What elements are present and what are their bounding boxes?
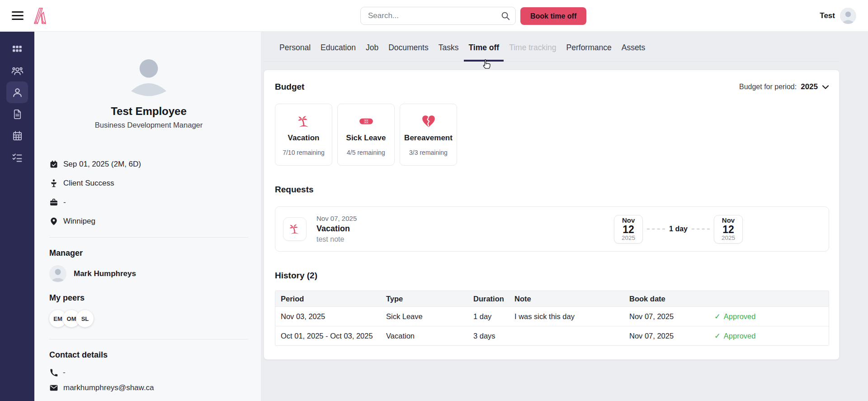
budget-card-vacation: Vacation 7/10 remaining [275,104,332,166]
tab-job[interactable]: Job [361,43,383,62]
profile-avatar [126,54,171,100]
request-type-icon-box [283,217,307,241]
divider [49,237,248,238]
range-dash [692,229,710,229]
col-type: Type [381,295,468,303]
tab-time-tracking[interactable]: Time tracking [505,43,561,62]
history-heading: History (2) [275,271,829,281]
cell-duration: 1 day [468,312,509,321]
envelope-icon [49,383,58,392]
detail-position: - [49,193,248,212]
top-bar: Book time off Test [0,0,868,32]
check-icon: ✓ [714,332,721,340]
requests-heading: Requests [275,185,829,195]
status-text: Approved [724,312,756,321]
end-day: 12 [722,224,734,235]
budget-card-label: Bereavement [404,134,453,143]
palm-tree-icon [288,222,302,236]
detail-start-date: Sep 01, 2025 (2M, 6D) [49,155,248,174]
request-created-date: Nov 07, 2025 [316,215,357,222]
request-type: Vacation [316,224,357,234]
budget-card-label: Vacation [288,134,320,143]
start-year: 2025 [622,235,635,241]
department-icon [49,179,58,188]
request-end-date: Nov 12 2025 [714,215,743,243]
rail-item-apps[interactable] [6,38,28,60]
tab-personal[interactable]: Personal [275,43,315,62]
budget-cards: Vacation 7/10 remaining Sick Leave 4/5 r… [275,104,829,166]
contact-phone-text: - [63,368,66,377]
peer-avatar[interactable]: SL [76,310,94,327]
bandage-icon [359,114,374,129]
history-row[interactable]: Nov 03, 2025 Sick Leave 1 day I was sick… [275,306,829,326]
time-off-card: Budget Budget for period: 2025 [264,70,840,360]
range-dash [647,229,665,229]
budget-heading: Budget [275,82,304,92]
tab-documents[interactable]: Documents [384,43,433,62]
col-book-date: Book date [624,295,709,303]
manager-row[interactable]: Mark Humphreys [49,265,248,282]
person-icon [11,86,24,99]
budget-card-bereavement: Bereavement 3/3 remaining [400,104,457,166]
peers-heading: My peers [49,293,248,303]
detail-location: Winnipeg [49,212,248,231]
budget-period-select[interactable]: Budget for period: 2025 [739,82,829,91]
col-duration: Duration [468,295,509,303]
search-icon [500,11,510,21]
start-day: 12 [623,224,634,235]
rail-item-team[interactable] [6,60,28,81]
detail-department-text: Client Success [63,179,114,188]
employee-profile-panel: Test Employee Business Development Manag… [34,32,261,401]
check-icon: ✓ [714,312,721,321]
book-time-off-button[interactable]: Book time off [520,7,586,25]
nav-rail [0,32,34,401]
rail-item-documents[interactable] [6,103,28,125]
request-note: test note [316,235,357,243]
tab-performance[interactable]: Performance [562,43,616,62]
status-badge: ✓ Approved [709,332,829,340]
detail-location-text: Winnipeg [63,217,95,226]
user-name: Test [820,11,835,20]
broken-heart-icon [421,114,436,129]
tab-education[interactable]: Education [316,43,360,62]
contact-heading: Contact details [49,350,248,360]
cell-book-date: Nov 07, 2025 [624,312,709,321]
tab-tasks[interactable]: Tasks [434,43,463,62]
divider [49,339,248,339]
request-item[interactable]: Nov 07, 2025 Vacation test note Nov 12 2… [275,206,829,252]
apps-grid-icon [11,43,23,55]
contact-email: markhumphreys@shaw.ca [49,383,248,392]
rail-item-tasks[interactable] [6,147,28,168]
document-icon [12,109,23,120]
rail-item-employee[interactable] [6,81,28,103]
checklist-icon [11,152,23,163]
search-input[interactable] [360,7,516,25]
tab-time-off[interactable]: Time off [464,43,504,62]
end-month: Nov [722,217,735,224]
chevron-down-icon [822,85,829,90]
start-month: Nov [622,217,635,224]
request-start-date: Nov 12 2025 [614,215,643,243]
manager-heading: Manager [49,248,248,258]
employee-job-title: Business Development Manager [49,121,248,129]
app-logo-icon[interactable] [31,6,49,25]
location-pin-icon [49,217,58,226]
hamburger-menu-icon[interactable] [12,11,24,20]
palm-tree-icon [296,114,311,129]
user-avatar [840,8,856,24]
cell-period: Nov 03, 2025 [275,312,381,321]
main-content: Personal Education Job Documents Tasks T… [261,32,868,401]
rail-item-calendar[interactable] [6,125,28,147]
end-year: 2025 [722,235,735,241]
budget-card-label: Sick Leave [346,134,386,143]
history-row[interactable]: Oct 01, 2025 - Oct 03, 2025 Vacation 3 d… [275,326,829,345]
tab-assets[interactable]: Assets [617,43,650,62]
manager-avatar [49,265,66,282]
contact-email-text[interactable]: markhumphreys@shaw.ca [63,383,154,392]
col-note: Note [509,295,624,303]
manager-name: Mark Humphreys [74,269,136,278]
budget-card-remaining: 7/10 remaining [283,149,325,156]
cell-note: I was sick this day [509,312,624,321]
user-menu[interactable]: Test [820,8,856,24]
budget-card-remaining: 4/5 remaining [347,149,385,156]
